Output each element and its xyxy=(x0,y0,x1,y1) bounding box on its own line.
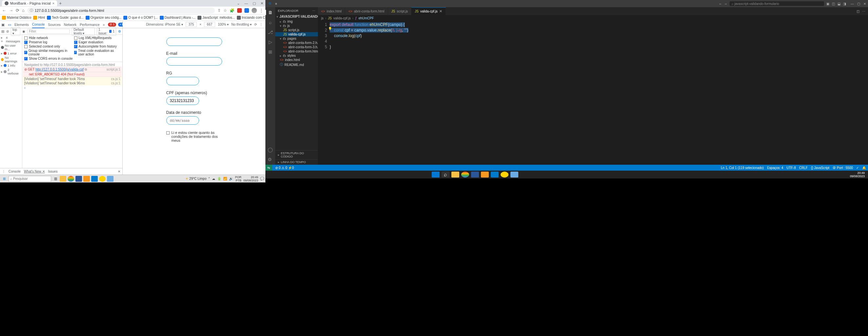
drawer-tab-whatsnew[interactable]: What's New ✕ xyxy=(24,170,45,173)
dt-tab-console[interactable]: Console xyxy=(32,21,45,28)
bookmark-star-icon[interactable]: ☆ xyxy=(223,8,227,13)
address-bar[interactable]: ⓘ 127.0.0.1:5500/pages/abrir-conta-form.… xyxy=(27,7,215,13)
taskbar-search[interactable]: ⌕ Pesquisar xyxy=(8,176,51,182)
taskbar-clock[interactable]: 20:49 09/08/2023 xyxy=(850,171,867,178)
forward-icon[interactable]: → xyxy=(9,8,13,13)
clear-console-icon[interactable]: ⊘ xyxy=(6,30,9,33)
sound-icon[interactable]: 🔊 xyxy=(229,177,233,180)
taskbar-app-icon[interactable] xyxy=(501,172,508,178)
taskbar-chrome-icon[interactable] xyxy=(68,176,74,182)
activity-scm-icon[interactable]: ⎇ xyxy=(268,30,273,35)
start-button[interactable]: ⊞ xyxy=(1,176,7,182)
filter-user-messages[interactable]: No user m... xyxy=(1,43,21,51)
bookmark-item[interactable]: Dashboard | Alura -... xyxy=(160,16,195,20)
email-input[interactable] xyxy=(166,57,222,66)
bookmark-item[interactable]: Html xyxy=(33,16,45,20)
file-scriptjs[interactable]: JSscript.js xyxy=(275,28,318,32)
violation-source-link[interactable]: cs.js:1 xyxy=(111,81,120,85)
bookmark-item[interactable]: Organize seu códig... xyxy=(86,16,122,20)
activity-explorer-icon[interactable]: 🗎 xyxy=(266,10,273,15)
vscode-minimize-icon[interactable]: — xyxy=(850,2,854,6)
outline-section[interactable]: ▸ESTRUTURA DO CÓDIGO xyxy=(275,150,318,159)
reload-icon[interactable]: ⟳ xyxy=(16,8,19,13)
status-bell-icon[interactable]: 🔔 xyxy=(862,166,866,170)
taskbar-app-icon[interactable] xyxy=(107,176,114,182)
breadcrumb[interactable]: js› JSvalida-cpf.js› ƒehUmCPF xyxy=(318,15,868,21)
split-editor-icon[interactable]: ◫ xyxy=(857,9,860,13)
editor-tab[interactable]: <>abrir-conta-form.html xyxy=(345,7,388,15)
taskbar-word-icon[interactable] xyxy=(75,176,82,182)
layout-icon[interactable]: ▣ xyxy=(826,2,829,6)
filter-info[interactable]: ▸1 info xyxy=(1,63,21,68)
taskbar-explorer-icon[interactable] xyxy=(60,176,66,182)
chk-eager-eval[interactable]: Eager evaluation xyxy=(74,40,121,44)
vscode-logo-icon[interactable]: ⧉ xyxy=(267,2,272,6)
cpf-input[interactable] xyxy=(166,96,199,105)
bookmark-item[interactable]: Tech Guide: guias d... xyxy=(47,16,84,20)
device-width-input[interactable]: 375 xyxy=(186,22,197,27)
console-error-line[interactable]: ⊘ GET http://127.0.0.1:5500/js/valida-cp… xyxy=(23,67,122,72)
folder-styles[interactable]: ▸🗀styles xyxy=(275,54,318,58)
search-icon[interactable]: ⌕ xyxy=(441,172,450,178)
chk-preserve-log[interactable]: Preserve log xyxy=(24,40,71,44)
code-editor[interactable]: 12345 💡 export default function ehUmCPF(… xyxy=(318,21,868,165)
command-center[interactable]: ⌕ javascript-validando-formulario xyxy=(729,1,825,6)
error-source-link[interactable]: script.js:1 xyxy=(106,68,120,71)
vscode-menu-icon[interactable]: ≡ xyxy=(274,2,279,6)
lightbulb-icon[interactable]: 💡 xyxy=(328,27,332,31)
taskbar-vscode-icon[interactable] xyxy=(91,176,98,182)
activity-debug-icon[interactable]: ▷ xyxy=(269,39,272,44)
chk-treat-eval[interactable]: Treat code evaluation as user action xyxy=(74,49,121,56)
bookmark-item[interactable]: O que é o DOM? |... xyxy=(123,16,157,20)
drawer-tab-console[interactable]: Console xyxy=(8,170,21,173)
scope-select[interactable]: top ▾ xyxy=(11,27,20,36)
file-index[interactable]: <>index.html xyxy=(275,58,318,62)
browser-tab[interactable]: MoniBank - Página inicial × xyxy=(2,0,57,6)
filter-errors[interactable]: ▸1 error xyxy=(1,51,21,56)
error-url-link[interactable]: http://127.0.0.1:5500/js/valida-cpf xyxy=(35,68,84,71)
dob-input[interactable] xyxy=(166,116,199,125)
folder-img[interactable]: ▸🗀img xyxy=(275,19,318,24)
inspect-icon[interactable]: ▣ xyxy=(1,23,5,27)
drawer-tab-issues[interactable]: Issues xyxy=(48,170,58,173)
status-liveserver[interactable]: ⦿ Port : 5500 xyxy=(833,166,853,170)
bookmark-item[interactable]: Iniciando com CSS... xyxy=(237,16,266,20)
folder-js[interactable]: ▾🗀js xyxy=(275,24,318,28)
terms-row[interactable]: Li e estou ciente quanto às condições de… xyxy=(166,131,222,143)
chk-cors[interactable]: Show CORS errors in console xyxy=(24,57,120,60)
device-height-input[interactable]: 667 xyxy=(204,22,215,27)
chk-hide-network[interactable]: Hide network xyxy=(24,36,71,40)
tray-chevron-icon[interactable]: ˄ xyxy=(208,177,210,180)
activity-settings-icon[interactable]: ⚙ xyxy=(268,157,273,162)
file-readme[interactable]: ⓘREADME.md xyxy=(275,62,318,67)
dt-tabs-more-icon[interactable]: » xyxy=(103,23,105,27)
taskbar-explorer-icon[interactable] xyxy=(452,172,459,178)
dt-tab-network[interactable]: Network xyxy=(64,23,77,27)
back-icon[interactable]: ← xyxy=(2,8,6,13)
project-root[interactable]: ▾JAVASCRIPT-VALIDANDO-... xyxy=(275,14,318,19)
editor-tab-active[interactable]: JSvalida-cpf.js✕ xyxy=(411,7,445,15)
console-sidebar-toggle-icon[interactable]: ▤ xyxy=(1,30,4,33)
folder-pages[interactable]: ▾🗀pages xyxy=(275,36,318,41)
status-cursor-pos[interactable]: Ln 1, Col 1 (119 selecionado) xyxy=(721,166,764,170)
activity-extensions-icon[interactable]: ⊞ xyxy=(268,49,272,55)
activity-search-icon[interactable]: ⌕ xyxy=(269,20,272,25)
remote-indicator[interactable]: ⇋ xyxy=(266,165,272,171)
vscode-close-icon[interactable]: ✕ xyxy=(863,2,866,6)
task-view-icon[interactable]: ▥ xyxy=(53,176,58,182)
file-page1[interactable]: <>abrir-conta-form-2.h... xyxy=(275,41,318,45)
device-menu-icon[interactable]: ⋮ xyxy=(259,23,263,26)
maximize-icon[interactable]: ▢ xyxy=(253,1,256,6)
chk-group-similar[interactable]: Group similar messages in console xyxy=(24,49,71,56)
nav-forward-icon[interactable]: → xyxy=(724,2,727,6)
issues-chip[interactable]: 1 Issue:1 xyxy=(97,27,116,36)
chk-autocomplete[interactable]: Autocomplete from history xyxy=(74,44,121,48)
weather-widget[interactable]: ☀ 29°C Limpo xyxy=(185,177,206,180)
status-feedback-icon[interactable]: ✓ xyxy=(856,166,859,170)
chrome-menu-icon[interactable]: ⋮ xyxy=(259,8,264,13)
live-expr-icon[interactable]: ◉ xyxy=(22,30,25,33)
throttle-select[interactable]: No throttling ▾ xyxy=(231,23,252,26)
status-indent[interactable]: Espaços: 4 xyxy=(767,166,783,170)
wifi-icon[interactable]: 📶 xyxy=(223,177,227,180)
taskbar-app-icon[interactable] xyxy=(99,176,105,182)
